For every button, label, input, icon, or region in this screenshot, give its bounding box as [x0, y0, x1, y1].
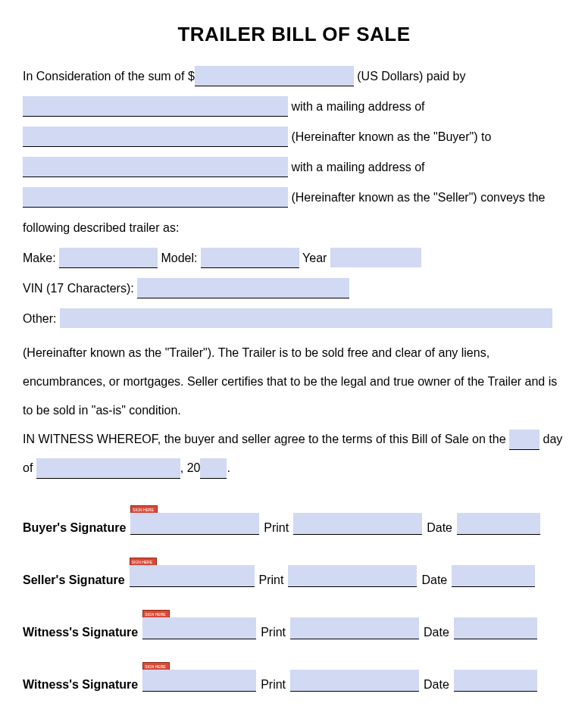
label-witness2-sig: Witness's Signature: [23, 678, 138, 692]
label-year: Year: [299, 252, 330, 264]
field-model[interactable]: [201, 248, 299, 268]
text-witness-c: , 20: [180, 461, 201, 474]
label-date: Date: [421, 573, 447, 587]
text-mailing-2: with a mailing address of: [288, 161, 425, 173]
text-witness-d: .: [227, 461, 230, 474]
field-make[interactable]: [59, 248, 158, 268]
field-witness1-date[interactable]: [454, 617, 537, 639]
text-consideration-a: In Consideration of the sum of $: [23, 70, 195, 83]
signature-row-buyer: Buyer's Signature SIGN HERE Print Date: [23, 513, 565, 535]
field-buyer-signature[interactable]: [130, 513, 259, 535]
field-buyer-print[interactable]: [293, 513, 422, 535]
form-body: In Consideration of the sum of $ (US Dol…: [23, 61, 565, 483]
field-vin[interactable]: [137, 278, 349, 298]
field-seller-date[interactable]: [452, 565, 535, 587]
label-seller-sig: Seller's Signature: [23, 573, 125, 587]
label-date: Date: [424, 626, 449, 639]
field-witness2-signature[interactable]: [142, 670, 256, 692]
text-following: following described trailer as:: [23, 221, 179, 234]
field-seller-print[interactable]: [288, 565, 417, 587]
signature-row-witness-1: Witness's Signature SIGN HERE Print Date: [23, 617, 565, 639]
text-consideration-b: (US Dollars) paid by: [354, 70, 466, 83]
field-witness1-signature[interactable]: [142, 617, 256, 639]
signature-row-witness-2: Witness's Signature SIGN HERE Print Date: [23, 670, 565, 692]
label-buyer-sig: Buyer's Signature: [23, 521, 126, 535]
label-print: Print: [261, 678, 286, 692]
label-date: Date: [427, 521, 452, 535]
text-mailing-1: with a mailing address of: [288, 100, 425, 113]
field-seller-signature[interactable]: [130, 565, 255, 587]
label-other: Other:: [23, 312, 60, 325]
label-date: Date: [424, 678, 449, 692]
bill-of-sale-document: TRAILER BILL OF SALE In Consideration of…: [0, 0, 588, 722]
field-seller-address[interactable]: [23, 187, 288, 208]
field-buyer-address[interactable]: [23, 127, 288, 147]
field-buyer-name[interactable]: [23, 96, 288, 117]
text-seller-clause: (Hereinafter known as the "Seller") conv…: [288, 191, 546, 204]
field-witness1-print[interactable]: [290, 617, 419, 639]
signature-row-seller: Seller's Signature SIGN HERE Print Date: [23, 565, 565, 587]
label-print: Print: [261, 626, 286, 639]
field-year2[interactable]: [200, 458, 227, 479]
text-buyer-clause: (Hereinafter known as the "Buyer") to: [288, 130, 491, 143]
page-title: TRAILER BILL OF SALE: [23, 23, 565, 46]
field-witness2-print[interactable]: [290, 670, 419, 692]
field-seller-name[interactable]: [23, 157, 288, 177]
label-print: Print: [259, 573, 284, 587]
field-year[interactable]: [330, 248, 421, 267]
label-print: Print: [264, 521, 289, 535]
text-witness-a: IN WITNESS WHEREOF, the buyer and seller…: [23, 433, 509, 445]
field-month[interactable]: [36, 458, 180, 479]
label-vin: VIN (17 Characters):: [23, 282, 137, 295]
field-sum[interactable]: [195, 66, 354, 86]
field-witness2-date[interactable]: [454, 670, 537, 692]
text-clause: (Hereinafter known as the "Trailer"). Th…: [23, 346, 557, 417]
label-make: Make:: [23, 252, 59, 264]
field-buyer-date[interactable]: [457, 513, 540, 535]
signature-section: Buyer's Signature SIGN HERE Print Date S…: [23, 513, 565, 692]
label-witness1-sig: Witness's Signature: [23, 626, 138, 639]
label-model: Model:: [158, 252, 201, 264]
field-day[interactable]: [509, 430, 540, 450]
field-other[interactable]: [60, 308, 552, 328]
